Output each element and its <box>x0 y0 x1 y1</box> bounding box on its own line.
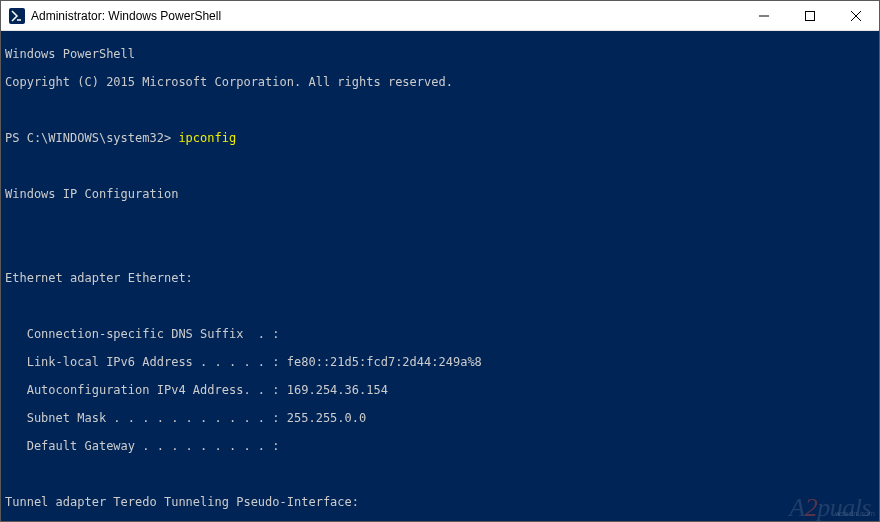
blank-line <box>5 299 875 313</box>
minimize-button[interactable] <box>741 1 787 30</box>
svg-rect-2 <box>806 11 815 20</box>
brand-accent: 2 <box>805 493 818 521</box>
output-line: Tunnel adapter Teredo Tunneling Pseudo-I… <box>5 495 875 509</box>
blank-line <box>5 159 875 173</box>
watermark-url: wsxdn.com <box>835 507 875 521</box>
output-line: Ethernet adapter Ethernet: <box>5 271 875 285</box>
close-button[interactable] <box>833 1 879 30</box>
output-line: Connection-specific DNS Suffix . : <box>5 327 875 341</box>
maximize-button[interactable] <box>787 1 833 30</box>
output-line: Subnet Mask . . . . . . . . . . . : 255.… <box>5 411 875 425</box>
window-title: Administrator: Windows PowerShell <box>31 9 741 23</box>
blank-line <box>5 243 875 257</box>
label: Link-local IPv6 Address . . . . . : <box>5 355 287 369</box>
terminal-output[interactable]: Windows PowerShell Copyright (C) 2015 Mi… <box>1 31 879 521</box>
blank-line <box>5 215 875 229</box>
output-line: Windows PowerShell <box>5 47 875 61</box>
powershell-icon <box>9 8 25 24</box>
label: Subnet Mask . . . . . . . . . . . : <box>5 411 287 425</box>
brand-prefix: A <box>789 493 804 521</box>
output-line: Copyright (C) 2015 Microsoft Corporation… <box>5 75 875 89</box>
window-controls <box>741 1 879 30</box>
value: 255.255.0.0 <box>287 411 366 425</box>
value: 169.254.36.154 <box>287 383 388 397</box>
titlebar[interactable]: Administrator: Windows PowerShell <box>1 1 879 31</box>
prompt-path: PS C:\WINDOWS\system32> <box>5 131 178 145</box>
output-line: Autoconfiguration IPv4 Address. . : 169.… <box>5 383 875 397</box>
prompt-line: PS C:\WINDOWS\system32> ipconfig <box>5 131 875 145</box>
value: fe80::21d5:fcd7:2d44:249a%8 <box>287 355 482 369</box>
label: Autoconfiguration IPv4 Address. . : <box>5 383 287 397</box>
command: ipconfig <box>178 131 236 145</box>
output-line: Default Gateway . . . . . . . . . : <box>5 439 875 453</box>
output-line: Link-local IPv6 Address . . . . . : fe80… <box>5 355 875 369</box>
blank-line <box>5 103 875 117</box>
powershell-window: Administrator: Windows PowerShell Window… <box>0 0 880 522</box>
output-line: Windows IP Configuration <box>5 187 875 201</box>
blank-line <box>5 467 875 481</box>
